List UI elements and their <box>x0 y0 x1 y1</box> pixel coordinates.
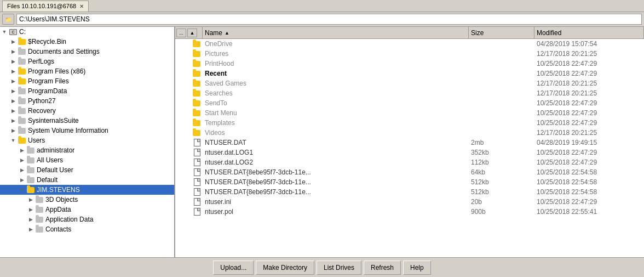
file-row[interactable]: NTUSER.DAT{8ebe95f7-3dcb-11e... 64kb 10/… <box>175 167 644 177</box>
tree-item-docs-settings[interactable]: ▶Documents and Settings <box>0 47 174 56</box>
tree-expander-administrator[interactable]: ▶ <box>18 146 26 155</box>
tree-item-application-data[interactable]: ▶Application Data <box>0 214 174 224</box>
file-row[interactable]: ntuser.ini 20b 10/25/2018 22:47:29 <box>175 197 644 207</box>
nav-back-button[interactable]: ... <box>176 29 186 37</box>
tree-expander-sysinternals[interactable]: ▶ <box>9 116 18 125</box>
file-icon-cell <box>175 61 203 67</box>
tree-item-contacts[interactable]: ▶Contacts <box>0 224 174 234</box>
tree-expander-sys-vol-info[interactable]: ▶ <box>9 126 18 135</box>
tree-expander-default[interactable]: ▶ <box>18 176 26 184</box>
file-row[interactable]: Templates 10/25/2018 22:47:29 <box>175 118 644 128</box>
tree-expander-application-data[interactable]: ▶ <box>26 215 35 224</box>
tree-expander-recovery[interactable]: ▶ <box>9 106 18 115</box>
tree-item-sys-vol-info[interactable]: ▶System Volume Information <box>0 126 174 135</box>
tree-label-program-files: Program Files <box>28 77 69 85</box>
file-modified-cell: 12/17/2018 20:21:25 <box>534 89 644 97</box>
tree-item-users[interactable]: ▼Users <box>0 135 174 145</box>
file-modified-cell: 10/25/2018 22:47:29 <box>534 159 644 166</box>
file-row[interactable]: ntuser.pol 900b 10/25/2018 22:55:41 <box>175 207 644 217</box>
tree-expander-appdata[interactable]: ▶ <box>26 205 35 214</box>
tree-expander-programdata[interactable]: ▶ <box>9 87 18 95</box>
file-icon-cell <box>175 120 203 126</box>
tree-item-administrator[interactable]: ▶administrator <box>0 145 174 155</box>
file-folder-icon <box>193 130 200 136</box>
drive-icon-c-drive: C <box>9 28 18 36</box>
list-drives-button[interactable]: List Drives <box>317 261 361 275</box>
tab-close-button[interactable]: ✕ <box>79 3 84 9</box>
tree-expander-3d-objects[interactable]: ▶ <box>26 195 35 204</box>
file-row[interactable]: NTUSER.DAT{8ebe95f7-3dcb-11e... 512kb 10… <box>175 187 644 197</box>
upload-button[interactable]: Upload... <box>213 261 254 275</box>
tree-item-perflogs[interactable]: ▶PerfLogs <box>0 56 174 66</box>
tree-item-python27[interactable]: ▶Python27 <box>0 96 174 106</box>
tree-expander-docs-settings[interactable]: ▶ <box>9 47 18 56</box>
file-name-cell: NTUSER.DAT{8ebe95f7-3dcb-11e... <box>203 178 469 186</box>
tree-item-default-user[interactable]: ▶Default User <box>0 165 174 175</box>
file-doc-icon <box>194 188 200 196</box>
tree-expander-users[interactable]: ▼ <box>9 136 18 145</box>
tree-item-sysinternals[interactable]: ▶SysinternalsSuite <box>0 116 174 126</box>
file-row[interactable]: Recent 10/25/2018 22:47:29 <box>175 69 644 78</box>
tree-item-jim-stevens[interactable]: ▼JIM.STEVENS <box>0 185 174 195</box>
file-name-cell: Recent <box>203 70 469 77</box>
nav-up-button[interactable]: ▲ <box>187 29 197 37</box>
refresh-button[interactable]: Refresh <box>364 261 401 275</box>
tree-item-default[interactable]: ▶Default <box>0 175 174 185</box>
tree-expander-all-users[interactable]: ▶ <box>18 156 26 165</box>
file-modified-cell: 10/25/2018 22:55:41 <box>534 208 644 216</box>
file-header: ... ▲ Name ▲ Size Modified <box>175 27 644 39</box>
tree-item-all-users[interactable]: ▶All Users <box>0 155 174 165</box>
address-input[interactable] <box>16 14 642 25</box>
col-header-size[interactable]: Size <box>469 27 534 38</box>
tree-item-recycle-bin[interactable]: ▶$Recycle.Bin <box>0 37 174 47</box>
file-row[interactable]: NTUSER.DAT{8ebe95f7-3dcb-11e... 512kb 10… <box>175 177 644 187</box>
file-name-cell: Videos <box>203 129 469 137</box>
file-name-cell: NTUSER.DAT{8ebe95f7-3dcb-11e... <box>203 188 469 196</box>
file-row[interactable]: Saved Games 12/17/2018 20:21:25 <box>175 78 644 88</box>
file-modified-cell: 04/28/2019 19:49:15 <box>534 139 644 146</box>
tree-expander-program-files-x86[interactable]: ▶ <box>9 67 18 76</box>
file-name-cell: NTUSER.DAT{8ebe95f7-3dcb-11e... <box>203 168 469 176</box>
file-row[interactable]: OneDrive 04/28/2019 15:07:54 <box>175 39 644 49</box>
folder-icon-program-files <box>18 77 26 85</box>
file-folder-icon <box>193 100 200 106</box>
make-directory-button[interactable]: Make Directory <box>256 261 314 275</box>
tree-expander-program-files[interactable]: ▶ <box>9 77 18 86</box>
tree-expander-recycle-bin[interactable]: ▶ <box>9 37 18 46</box>
file-row[interactable]: PrintHood 10/25/2018 22:47:29 <box>175 59 644 69</box>
tree-item-3d-objects[interactable]: ▶3D Objects <box>0 195 174 205</box>
tree-expander-default-user[interactable]: ▶ <box>18 166 26 174</box>
help-button[interactable]: Help <box>403 261 431 275</box>
file-name-cell: Saved Games <box>203 80 469 87</box>
address-bar-folder-button[interactable]: 📁 <box>2 14 14 25</box>
file-doc-icon <box>194 178 200 186</box>
tree-expander-contacts[interactable]: ▶ <box>26 225 35 234</box>
tree-item-appdata[interactable]: ▶AppData <box>0 205 174 214</box>
tree-item-c-drive[interactable]: ▼CC: <box>0 27 174 37</box>
tree-item-program-files-x86[interactable]: ▶Program Files (x86) <box>0 66 174 76</box>
tree-item-recovery[interactable]: ▶Recovery <box>0 106 174 116</box>
file-name-cell: NTUSER.DAT <box>203 139 469 146</box>
tree-expander-jim-stevens[interactable]: ▼ <box>18 185 26 194</box>
file-row[interactable]: ntuser.dat.LOG1 352kb 10/25/2018 22:47:2… <box>175 148 644 157</box>
file-row[interactable]: Searches 12/17/2018 20:21:25 <box>175 88 644 98</box>
file-row[interactable]: Pictures 12/17/2018 20:21:25 <box>175 49 644 59</box>
tree-label-sys-vol-info: System Volume Information <box>28 127 108 134</box>
tree-expander-python27[interactable]: ▶ <box>9 97 18 105</box>
tree-label-docs-settings: Documents and Settings <box>28 48 100 55</box>
col-header-modified[interactable]: Modified <box>534 27 644 38</box>
file-modified-cell: 10/25/2018 22:47:29 <box>534 60 644 67</box>
file-row[interactable]: NTUSER.DAT 2mb 04/28/2019 19:49:15 <box>175 138 644 148</box>
tree-expander-perflogs[interactable]: ▶ <box>9 57 18 66</box>
file-row[interactable]: Start Menu 10/25/2018 22:47:29 <box>175 108 644 118</box>
file-modified-cell: 10/25/2018 22:47:29 <box>534 109 644 117</box>
tree-expander-c-drive[interactable]: ▼ <box>0 27 9 36</box>
file-row[interactable]: ntuser.dat.LOG2 112kb 10/25/2018 22:47:2… <box>175 157 644 167</box>
tree-item-program-files[interactable]: ▶Program Files <box>0 76 174 86</box>
file-row[interactable]: SendTo 10/25/2018 22:47:29 <box>175 98 644 108</box>
tree-item-programdata[interactable]: ▶ProgramData <box>0 86 174 96</box>
file-row[interactable]: Videos 12/17/2018 20:21:25 <box>175 128 644 138</box>
col-header-name[interactable]: Name ▲ <box>203 27 469 38</box>
tree-label-sysinternals: SysinternalsSuite <box>28 117 79 125</box>
tab[interactable]: Files 10.10.10.191@6768 ✕ <box>2 1 89 12</box>
